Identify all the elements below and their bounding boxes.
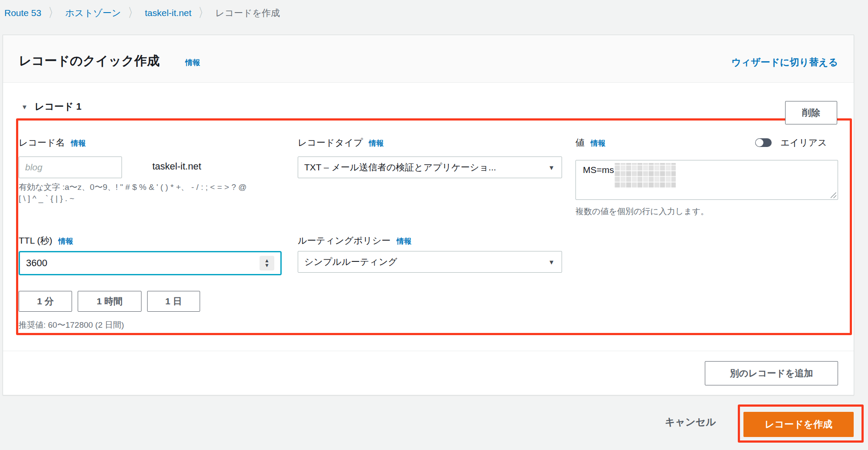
toggle-knob bbox=[756, 139, 763, 147]
record-name-info-link[interactable]: 情報 bbox=[71, 138, 85, 148]
redaction-mosaic bbox=[614, 163, 676, 188]
record-name-constraints: 有効な文字 :a〜z、0〜9、! " # $ % & ' ( ) * +、 - … bbox=[19, 182, 270, 204]
record-type-label: レコードタイプ bbox=[298, 137, 363, 149]
value-label-row: 値 情報 bbox=[575, 137, 605, 149]
routing-policy-label-row: ルーティングポリシー 情報 bbox=[298, 235, 411, 247]
ttl-stepper[interactable]: ▲ ▼ bbox=[260, 256, 274, 271]
route53-create-record-page: Route 53 〉 ホストゾーン 〉 taskel-it.net 〉 レコード… bbox=[0, 0, 868, 450]
ttl-1-hour-button[interactable]: 1 時間 bbox=[78, 291, 141, 312]
breadcrumb-current: レコードを作成 bbox=[215, 7, 280, 19]
cancel-button[interactable]: キャンセル bbox=[665, 415, 716, 429]
alias-label: エイリアス bbox=[780, 137, 827, 149]
value-label: 値 bbox=[575, 137, 585, 149]
routing-policy-info-link[interactable]: 情報 bbox=[397, 236, 411, 246]
dropdown-arrow-icon: ▼ bbox=[548, 258, 555, 266]
record-name-label: レコード名 bbox=[19, 137, 65, 149]
chevron-right-icon: 〉 bbox=[198, 4, 208, 21]
routing-policy-label: ルーティングポリシー bbox=[298, 235, 391, 247]
ttl-1-day-button[interactable]: 1 日 bbox=[147, 291, 200, 312]
delete-record-button[interactable]: 削除 bbox=[785, 101, 837, 124]
record-name-label-row: レコード名 情報 bbox=[19, 137, 85, 149]
routing-policy-selected-value: シンプルルーティング bbox=[304, 256, 397, 268]
breadcrumb: Route 53 〉 ホストゾーン 〉 taskel-it.net 〉 レコード… bbox=[4, 6, 280, 20]
constraint-line-2: [ \ ] ^ _ ` { | } . ~ bbox=[19, 193, 270, 204]
quick-create-record-card: レコードのクイック作成 情報 ウィザードに切り替える ▼ レコード 1 削除 レ… bbox=[3, 35, 854, 395]
routing-policy-select[interactable]: シンプルルーティング ▼ bbox=[298, 251, 562, 273]
record-type-label-row: レコードタイプ 情報 bbox=[298, 137, 384, 149]
alias-toggle-row: エイリアス bbox=[755, 137, 827, 149]
value-textarea[interactable]: MS=ms2 bbox=[575, 160, 838, 200]
chevron-right-icon: 〉 bbox=[128, 4, 138, 21]
record-type-select[interactable]: TXT – メール送信者の検証とアプリケーショ... ▼ bbox=[298, 157, 562, 178]
value-helper: 複数の値を個別の行に入力します。 bbox=[575, 206, 709, 217]
ttl-label: TTL (秒) bbox=[19, 235, 52, 247]
record-type-info-link[interactable]: 情報 bbox=[369, 138, 384, 148]
stepper-down-icon[interactable]: ▼ bbox=[264, 263, 270, 268]
ttl-1-minute-button[interactable]: 1 分 bbox=[19, 291, 72, 312]
breadcrumb-hosted-zones[interactable]: ホストゾーン bbox=[65, 7, 121, 19]
record-type-selected-value: TXT – メール送信者の検証とアプリケーショ... bbox=[304, 161, 496, 173]
ttl-input[interactable]: 3600 ▲ ▼ bbox=[19, 251, 282, 275]
resize-handle-icon[interactable] bbox=[831, 192, 836, 198]
dropdown-arrow-icon: ▼ bbox=[548, 164, 555, 171]
value-info-link[interactable]: 情報 bbox=[591, 138, 605, 148]
alias-toggle[interactable] bbox=[755, 138, 772, 147]
record-name-suffix: taskel-it.net bbox=[152, 161, 201, 172]
create-records-button[interactable]: レコードを作成 bbox=[743, 412, 854, 437]
record-form: レコード名 情報 taskel-it.net 有効な文字 :a〜z、0〜9、! … bbox=[3, 35, 854, 395]
value-text: MS=ms2 bbox=[583, 165, 619, 175]
constraint-line-1: 有効な文字 :a〜z、0〜9、! " # $ % & ' ( ) * +、 - … bbox=[19, 182, 270, 193]
breadcrumb-route53[interactable]: Route 53 bbox=[4, 8, 41, 18]
ttl-helper: 推奨値: 60〜172800 (2 日間) bbox=[19, 320, 124, 331]
record-name-input[interactable] bbox=[19, 157, 122, 178]
ttl-label-row: TTL (秒) 情報 bbox=[19, 235, 73, 247]
ttl-info-link[interactable]: 情報 bbox=[58, 236, 73, 246]
chevron-right-icon: 〉 bbox=[48, 4, 58, 21]
breadcrumb-zone-name[interactable]: taskel-it.net bbox=[145, 8, 191, 18]
ttl-value: 3600 bbox=[26, 258, 47, 269]
